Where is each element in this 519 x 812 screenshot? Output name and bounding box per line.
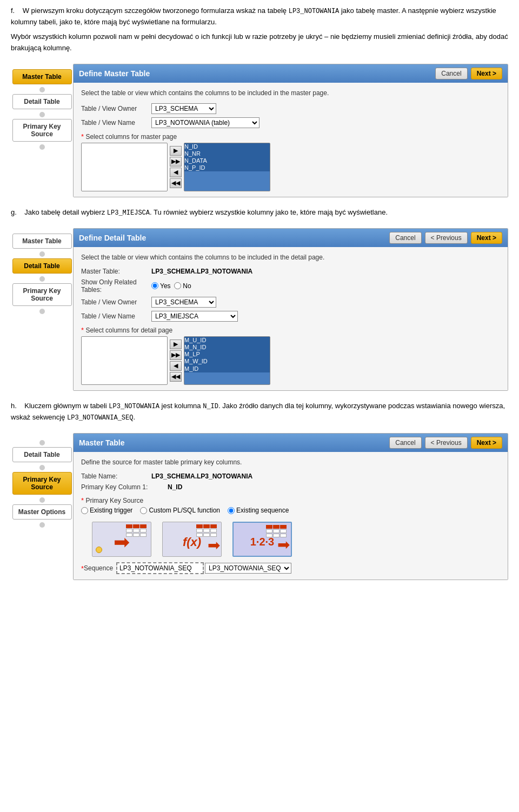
section-h-text1: Kluczem głównym w tabeli bbox=[24, 402, 109, 410]
move-left-btn-1[interactable]: ◀ bbox=[170, 168, 182, 177]
table-name-label-3: Table Name: bbox=[81, 472, 151, 480]
sequence-select[interactable]: LP3_NOTOWANIA_SEQ bbox=[205, 563, 291, 574]
table-name-select-2[interactable]: LP3_MIEJSCA bbox=[151, 311, 238, 322]
wizard-prev-btn-2[interactable]: < Previous bbox=[425, 232, 468, 244]
section-g-text1: Jako tabelę detail wybierz bbox=[24, 208, 107, 216]
show-related-row: Show Only Related Tables: Yes No bbox=[81, 278, 500, 294]
sequence-row: * Sequence LP3_NOTOWANIA_SEQ bbox=[81, 562, 500, 574]
sidebar2-detail-table-btn[interactable]: Detail Table bbox=[12, 258, 72, 274]
sidebar2-dot-2 bbox=[39, 276, 45, 282]
req-star-3: * bbox=[81, 496, 84, 504]
sidebar-1: Master Table Detail Table Primary Key So… bbox=[11, 64, 73, 197]
section-g-letter: g. bbox=[11, 208, 17, 216]
radio-no-2[interactable] bbox=[174, 282, 181, 289]
sidebar3-dot-1 bbox=[39, 465, 45, 470]
pk-source-section-label: * Primary Key Source bbox=[81, 496, 500, 504]
radio-sequence[interactable] bbox=[228, 507, 235, 514]
radio-sequence-label: Existing sequence bbox=[236, 507, 289, 514]
move-right-btn-2[interactable]: ▶ bbox=[170, 340, 182, 349]
sidebar-3: Detail Table Primary Key Source Master O… bbox=[11, 433, 73, 580]
radio-no-container: No bbox=[174, 282, 191, 290]
radio-yes-label-2: Yes bbox=[160, 282, 171, 290]
master-table-info-label: Master Table: bbox=[81, 268, 151, 275]
sidebar2-dot-3 bbox=[39, 309, 45, 314]
arrow-buttons-2: ▶ ▶▶ ◀ ◀◀ bbox=[170, 340, 182, 382]
move-right-btn-1[interactable]: ▶ bbox=[170, 146, 182, 156]
wizard-cancel-btn-1[interactable]: Cancel bbox=[435, 68, 467, 79]
wizard-desc-3: Define the source for master table prima… bbox=[81, 457, 500, 467]
req-star-2: * bbox=[81, 326, 84, 334]
form-label-owner-2: Table / View Owner bbox=[81, 298, 151, 306]
move-all-left-btn-1[interactable]: ◀◀ bbox=[170, 178, 182, 188]
sidebar2-pk-source-btn[interactable]: Primary Key Source bbox=[12, 283, 72, 306]
radio-trigger-label: Existing trigger bbox=[90, 507, 132, 514]
available-cols-2[interactable] bbox=[81, 336, 168, 385]
section-g-code1: LP3_MIEJSCA bbox=[107, 209, 150, 217]
columns-section-label-1: * Select columns for master page bbox=[81, 132, 500, 141]
selected-cols-1[interactable]: N_ID N_NR N_DATA N_P_ID bbox=[184, 143, 270, 191]
wizard-header-buttons-2: Cancel < Previous Next > bbox=[389, 232, 502, 244]
sidebar2-master-table-btn[interactable]: Master Table bbox=[12, 234, 72, 249]
wizard-next-btn-1[interactable]: Next > bbox=[471, 68, 502, 79]
move-all-left-btn-2[interactable]: ◀◀ bbox=[170, 372, 182, 382]
radio-no-label-2: No bbox=[183, 282, 191, 290]
seq-label: Sequence bbox=[84, 564, 113, 572]
radio-custom[interactable] bbox=[140, 507, 147, 514]
wizard-cancel-btn-3[interactable]: Cancel bbox=[389, 437, 421, 449]
section-h-text1b: jest kolumna bbox=[159, 402, 203, 410]
radio-trigger[interactable] bbox=[81, 507, 88, 514]
move-left-btn-2[interactable]: ◀ bbox=[170, 361, 182, 371]
move-all-right-btn-1[interactable]: ▶▶ bbox=[170, 157, 182, 167]
owner-select-2[interactable]: LP3_SCHEMA bbox=[151, 297, 216, 308]
radio-yes-container: Yes bbox=[151, 282, 171, 290]
available-cols-1[interactable] bbox=[81, 143, 168, 191]
sidebar3-pk-source-btn[interactable]: Primary Key Source bbox=[12, 472, 72, 495]
wizard-body-1: Select the table or view which contains … bbox=[74, 83, 508, 197]
sidebar3-dot-3 bbox=[39, 522, 45, 528]
wizard-desc-2: Select the table or view which contains … bbox=[81, 252, 500, 262]
sidebar3-dot-2 bbox=[39, 497, 45, 503]
col-selector-2: ▶ ▶▶ ◀ ◀◀ M_U_ID M_N_ID M_LP M_W_ID M_ID bbox=[81, 336, 500, 385]
section-h-letter: h. bbox=[11, 402, 17, 410]
pk-column-value-3: N_ID bbox=[168, 483, 182, 491]
radio-trigger-container: Existing trigger bbox=[81, 507, 132, 514]
wizard-header-buttons-3: Cancel < Previous Next > bbox=[389, 437, 502, 449]
wizard-title-3: Master Table bbox=[79, 438, 125, 447]
wizard-header-2: Define Detail Table Cancel < Previous Ne… bbox=[74, 229, 508, 247]
sidebar-master-table-btn[interactable]: Master Table bbox=[12, 69, 72, 84]
wizard-panel-1: Define Master Table Cancel Next > Select… bbox=[73, 64, 508, 197]
wizard-next-btn-2[interactable]: Next > bbox=[471, 232, 502, 244]
pk-source-radio-row: Existing trigger Custom PL/SQL function … bbox=[81, 507, 500, 514]
wizard-cancel-btn-2[interactable]: Cancel bbox=[389, 232, 421, 244]
move-all-right-btn-2[interactable]: ▶▶ bbox=[170, 350, 182, 360]
sidebar3-master-options-btn[interactable]: Master Options bbox=[12, 504, 72, 520]
section-f-code1: LP3_NOTOWANIA bbox=[289, 8, 340, 15]
sidebar2-dot-1 bbox=[39, 251, 45, 257]
sidebar-detail-table-btn[interactable]: Detail Table bbox=[12, 94, 72, 109]
sidebar3-dot-0 bbox=[39, 440, 45, 445]
table-name-select-1[interactable]: LP3_NOTOWANIA (table) bbox=[151, 117, 260, 128]
table-name-value-3: LP3_SCHEMA.LP3_NOTOWANIA bbox=[151, 472, 252, 480]
owner-select-container-1: LP3_SCHEMA bbox=[151, 103, 216, 114]
sidebar3-detail-table-btn[interactable]: Detail Table bbox=[12, 447, 72, 462]
form-label-name-2: Table / View Name bbox=[81, 312, 151, 320]
wizard-next-btn-3[interactable]: Next > bbox=[471, 437, 502, 449]
selected-cols-2[interactable]: M_U_ID M_N_ID M_LP M_W_ID M_ID bbox=[184, 336, 270, 385]
sidebar-2: Master Table Detail Table Primary Key So… bbox=[11, 228, 73, 391]
wizard-prev-btn-3[interactable]: < Previous bbox=[425, 437, 468, 449]
master-table-info-row: Master Table: LP3_SCHEMA.LP3_NOTOWANIA bbox=[81, 268, 500, 275]
radio-custom-container: Custom PL/SQL function bbox=[140, 507, 220, 514]
section-f-text1: W pierwszym kroku dotyczącym szczegółów … bbox=[23, 6, 289, 15]
wizard-header-buttons-1: Cancel Next > bbox=[435, 68, 502, 79]
sidebar-pk-source-btn[interactable]: Primary Key Source bbox=[12, 119, 72, 142]
master-table-info-value: LP3_SCHEMA.LP3_NOTOWANIA bbox=[151, 268, 252, 275]
wizard-body-3: Define the source for master table prima… bbox=[74, 452, 508, 580]
pk-image-trigger: ➡ bbox=[92, 522, 151, 557]
wizard-title-2: Define Detail Table bbox=[79, 234, 146, 242]
form-label-owner-1: Table / View Owner bbox=[81, 105, 151, 112]
sidebar-dot-2 bbox=[39, 112, 45, 117]
pk-image-sequence: 1·2·3 ➡ bbox=[232, 522, 292, 557]
radio-yes-2[interactable] bbox=[151, 282, 158, 289]
owner-select-1[interactable]: LP3_SCHEMA bbox=[151, 103, 216, 114]
sequence-input[interactable] bbox=[116, 562, 204, 574]
